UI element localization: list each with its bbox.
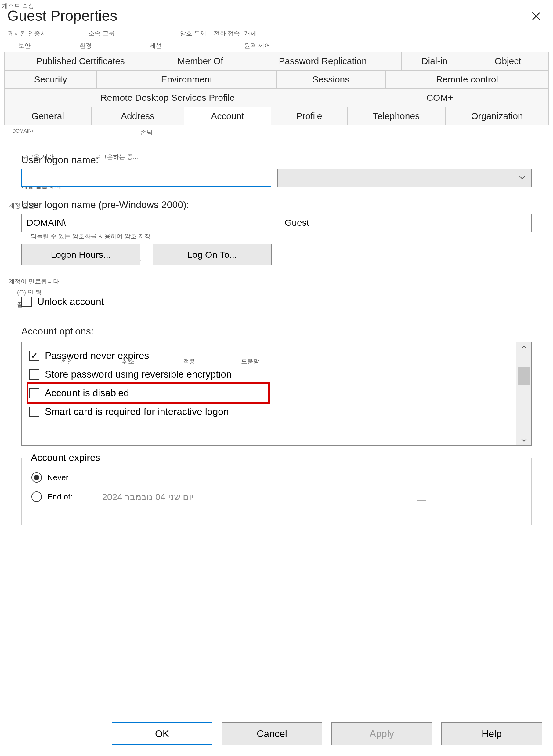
- ghost-guest: 손님: [140, 128, 153, 137]
- ghost-tab: 원격 제어: [244, 42, 270, 50]
- tab-environment[interactable]: Environment: [97, 70, 276, 88]
- option-checkbox[interactable]: [29, 407, 40, 417]
- account-expires-legend: Account expires: [28, 452, 103, 463]
- option-reversible-encryption[interactable]: Store password using reversible encrypti…: [28, 365, 510, 384]
- tab-member-of[interactable]: Member Of: [157, 52, 244, 70]
- tab-profile[interactable]: Profile: [271, 107, 347, 125]
- cancel-button[interactable]: Cancel: [222, 723, 322, 745]
- tab-account[interactable]: Account: [184, 107, 271, 125]
- option-label: Account is disabled: [45, 387, 129, 399]
- account-options-listbox: Password never expires Store password us…: [21, 342, 532, 445]
- apply-button[interactable]: Apply: [331, 723, 432, 745]
- tab-address[interactable]: Address: [91, 107, 184, 125]
- account-options-label: Account options:: [21, 326, 532, 337]
- logon-domain-dropdown[interactable]: [278, 168, 532, 187]
- expires-never-radio[interactable]: [31, 472, 42, 483]
- tabs-container: Published Certificates Member Of Passwor…: [4, 52, 549, 125]
- domain-prefix-box: DOMAIN\: [21, 213, 273, 232]
- ghost-domain: DOMAIN\: [12, 128, 33, 134]
- ghost-tab: 보안: [18, 42, 30, 50]
- tab-general[interactable]: General: [4, 107, 91, 125]
- option-label: Password never expires: [45, 350, 149, 361]
- tab-published-certificates[interactable]: Published Certificates: [4, 52, 157, 70]
- tab-sessions[interactable]: Sessions: [276, 70, 385, 88]
- close-icon: [531, 11, 541, 21]
- dialog-button-bar: OK Cancel Apply Help: [112, 723, 542, 745]
- option-password-never-expires[interactable]: Password never expires: [28, 346, 510, 365]
- window-title: Guest Properties: [7, 7, 117, 24]
- calendar-icon: [417, 493, 426, 501]
- tab-remote-desktop-profile[interactable]: Remote Desktop Services Profile: [4, 88, 331, 107]
- option-account-disabled[interactable]: Account is disabled: [28, 384, 269, 402]
- options-scrollbar[interactable]: [516, 342, 531, 445]
- tab-dial-in[interactable]: Dial-in: [402, 52, 467, 70]
- logon-name-input[interactable]: [21, 168, 271, 187]
- scroll-down-icon: [521, 439, 527, 442]
- tab-telephones[interactable]: Telephones: [347, 107, 445, 125]
- help-button[interactable]: Help: [441, 723, 542, 745]
- tab-security[interactable]: Security: [4, 70, 97, 88]
- ghost-tab: 전화 접속: [214, 29, 240, 38]
- expires-date-value: יום שני 04 נובמבר 2024: [102, 491, 193, 502]
- logon-name-label: User logon name:: [21, 154, 532, 165]
- tab-com-plus[interactable]: COM+: [331, 88, 549, 107]
- unlock-account-checkbox[interactable]: [21, 296, 32, 307]
- tab-remote-control[interactable]: Remote control: [385, 70, 549, 88]
- option-checkbox[interactable]: [29, 369, 40, 380]
- option-smartcard-required[interactable]: Smart card is required for interactive l…: [28, 402, 510, 421]
- ok-button[interactable]: OK: [112, 723, 213, 745]
- ghost-tab: 개체: [244, 29, 256, 38]
- account-expires-fieldset: Account expires Never End of: יום שני 04…: [21, 458, 532, 525]
- option-checkbox[interactable]: [29, 351, 40, 361]
- tab-password-replication[interactable]: Password Replication: [244, 52, 402, 70]
- log-on-to-button[interactable]: Log On To...: [153, 244, 271, 265]
- tab-content-account: User logon name: User logon name (pre-Wi…: [21, 154, 532, 525]
- ghost-tab: 암호 복제: [180, 29, 206, 38]
- logon-hours-button[interactable]: Logon Hours...: [21, 244, 140, 265]
- chevron-down-icon: [519, 176, 525, 180]
- scroll-up-icon: [521, 345, 527, 349]
- dialog-separator: [4, 710, 549, 710]
- ghost-tab: 세션: [150, 42, 162, 50]
- scrollbar-thumb[interactable]: [518, 367, 530, 386]
- expires-endof-radio[interactable]: [31, 491, 42, 502]
- close-button[interactable]: [529, 9, 544, 24]
- pre2000-label: User logon name (pre-Windows 2000):: [21, 199, 532, 210]
- expires-date-input[interactable]: יום שני 04 נובמבר 2024: [96, 488, 432, 505]
- tab-organization[interactable]: Organization: [445, 107, 549, 125]
- option-label: Smart card is required for interactive l…: [45, 406, 229, 417]
- option-checkbox[interactable]: [29, 388, 40, 398]
- unlock-account-label: Unlock account: [37, 296, 104, 307]
- tab-object[interactable]: Object: [467, 52, 549, 70]
- expires-never-label: Never: [47, 473, 68, 482]
- expires-endof-label: End of:: [47, 492, 72, 501]
- option-label: Store password using reversible encrypti…: [45, 369, 232, 380]
- pre2000-value-box[interactable]: Guest: [280, 213, 532, 232]
- ghost-tab: 게시된 인증서: [8, 29, 47, 38]
- ghost-tab: 소속 그룹: [88, 29, 115, 38]
- ghost-tab: 환경: [79, 42, 92, 50]
